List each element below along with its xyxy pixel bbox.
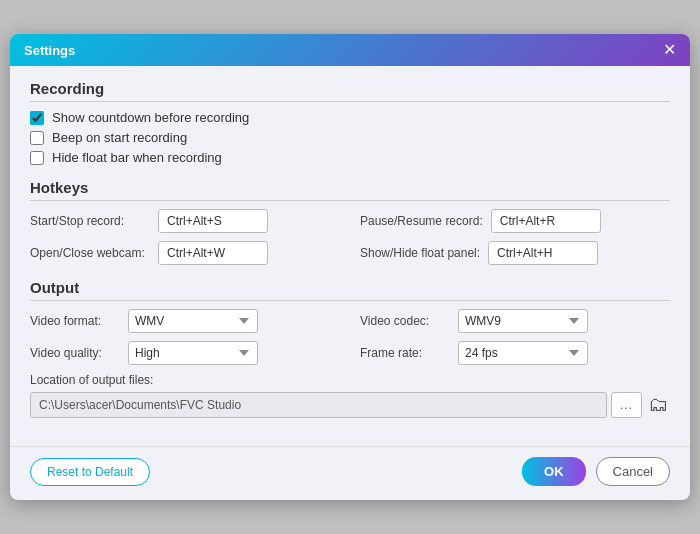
cancel-button[interactable]: Cancel bbox=[596, 457, 670, 486]
location-section: Location of output files: ... 🗂 bbox=[30, 373, 670, 418]
video-quality-label: Video quality: bbox=[30, 346, 120, 360]
show-countdown-checkbox[interactable] bbox=[30, 111, 44, 125]
video-format-row: Video format: WMV MP4 AVI MOV bbox=[30, 309, 340, 333]
frame-rate-row: Frame rate: 24 fps 30 fps 60 fps bbox=[360, 341, 670, 365]
title-bar: Settings ✕ bbox=[10, 34, 690, 66]
hide-float-bar-checkbox[interactable] bbox=[30, 151, 44, 165]
show-hide-panel-label: Show/Hide float panel: bbox=[360, 246, 480, 260]
video-format-select[interactable]: WMV MP4 AVI MOV bbox=[128, 309, 258, 333]
hotkeys-section-title: Hotkeys bbox=[30, 179, 670, 201]
hotkey-row-pause-resume: Pause/Resume record: bbox=[360, 209, 670, 233]
start-stop-label: Start/Stop record: bbox=[30, 214, 150, 228]
video-codec-label: Video codec: bbox=[360, 314, 450, 328]
beep-on-recording-checkbox[interactable] bbox=[30, 131, 44, 145]
open-close-webcam-input[interactable] bbox=[158, 241, 268, 265]
ok-button[interactable]: OK bbox=[522, 457, 586, 486]
checkbox-row-1: Show countdown before recording bbox=[30, 110, 670, 125]
hotkey-row-start-stop: Start/Stop record: bbox=[30, 209, 340, 233]
open-folder-button[interactable]: 🗂 bbox=[646, 391, 670, 418]
hide-float-bar-label: Hide float bar when recording bbox=[52, 150, 222, 165]
close-button[interactable]: ✕ bbox=[663, 42, 676, 58]
frame-rate-select[interactable]: 24 fps 30 fps 60 fps bbox=[458, 341, 588, 365]
pause-resume-label: Pause/Resume record: bbox=[360, 214, 483, 228]
footer: Reset to Default OK Cancel bbox=[10, 446, 690, 500]
settings-content: Recording Show countdown before recordin… bbox=[10, 66, 690, 446]
video-codec-select[interactable]: WMV9 H.264 H.265 bbox=[458, 309, 588, 333]
hotkeys-section: Hotkeys Start/Stop record: Pause/Resume … bbox=[30, 179, 670, 265]
output-section: Output Video format: WMV MP4 AVI MOV Vid… bbox=[30, 279, 670, 418]
show-countdown-label: Show countdown before recording bbox=[52, 110, 249, 125]
footer-actions: OK Cancel bbox=[522, 457, 670, 486]
show-hide-panel-input[interactable] bbox=[488, 241, 598, 265]
location-input[interactable] bbox=[30, 392, 607, 418]
output-section-title: Output bbox=[30, 279, 670, 301]
video-quality-select[interactable]: High Medium Low bbox=[128, 341, 258, 365]
settings-dialog: Settings ✕ Recording Show countdown befo… bbox=[10, 34, 690, 500]
recording-section-title: Recording bbox=[30, 80, 670, 102]
checkbox-row-2: Beep on start recording bbox=[30, 130, 670, 145]
frame-rate-label: Frame rate: bbox=[360, 346, 450, 360]
browse-dots-button[interactable]: ... bbox=[611, 392, 642, 418]
hotkey-row-float-panel: Show/Hide float panel: bbox=[360, 241, 670, 265]
video-format-label: Video format: bbox=[30, 314, 120, 328]
dialog-title: Settings bbox=[24, 43, 75, 58]
output-grid: Video format: WMV MP4 AVI MOV Video code… bbox=[30, 309, 670, 365]
hotkeys-grid: Start/Stop record: Pause/Resume record: … bbox=[30, 209, 670, 265]
location-label: Location of output files: bbox=[30, 373, 670, 387]
start-stop-input[interactable] bbox=[158, 209, 268, 233]
pause-resume-input[interactable] bbox=[491, 209, 601, 233]
hotkey-row-webcam: Open/Close webcam: bbox=[30, 241, 340, 265]
video-codec-row: Video codec: WMV9 H.264 H.265 bbox=[360, 309, 670, 333]
open-close-webcam-label: Open/Close webcam: bbox=[30, 246, 150, 260]
location-row: ... 🗂 bbox=[30, 391, 670, 418]
video-quality-row: Video quality: High Medium Low bbox=[30, 341, 340, 365]
checkbox-row-3: Hide float bar when recording bbox=[30, 150, 670, 165]
reset-to-default-button[interactable]: Reset to Default bbox=[30, 458, 150, 486]
beep-on-recording-label: Beep on start recording bbox=[52, 130, 187, 145]
recording-section: Recording Show countdown before recordin… bbox=[30, 80, 670, 165]
